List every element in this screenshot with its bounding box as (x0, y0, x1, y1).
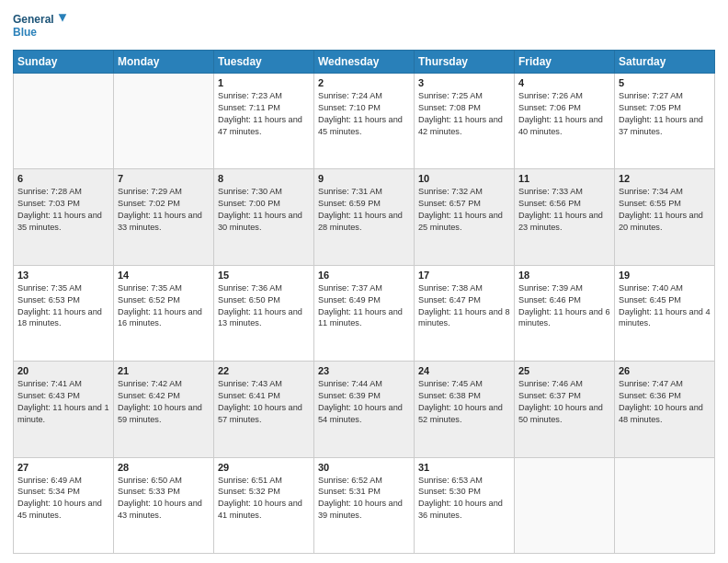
day-cell (615, 457, 715, 553)
day-info: Sunrise: 7:25 AM Sunset: 7:08 PM Dayligh… (418, 90, 510, 138)
day-info: Sunrise: 7:47 AM Sunset: 6:36 PM Dayligh… (619, 378, 711, 426)
day-info: Sunrise: 7:46 AM Sunset: 6:37 PM Dayligh… (518, 378, 610, 426)
day-cell: 27Sunrise: 6:49 AM Sunset: 5:34 PM Dayli… (14, 457, 114, 553)
day-number: 5 (619, 77, 711, 88)
day-cell: 15Sunrise: 7:36 AM Sunset: 6:50 PM Dayli… (214, 265, 314, 361)
day-number: 8 (218, 173, 310, 184)
svg-marker-2 (59, 14, 67, 22)
day-cell: 26Sunrise: 7:47 AM Sunset: 6:36 PM Dayli… (615, 362, 715, 457)
day-cell: 6Sunrise: 7:28 AM Sunset: 7:03 PM Daylig… (14, 169, 114, 265)
day-number: 28 (118, 462, 210, 473)
day-info: Sunrise: 7:40 AM Sunset: 6:45 PM Dayligh… (619, 282, 711, 330)
day-cell: 23Sunrise: 7:44 AM Sunset: 6:39 PM Dayli… (314, 362, 415, 457)
day-cell: 16Sunrise: 7:37 AM Sunset: 6:49 PM Dayli… (314, 265, 415, 361)
day-number: 10 (418, 173, 510, 184)
header: General Blue (13, 9, 715, 42)
day-info: Sunrise: 7:24 AM Sunset: 7:10 PM Dayligh… (318, 90, 410, 138)
day-info: Sunrise: 7:33 AM Sunset: 6:56 PM Dayligh… (518, 186, 610, 234)
day-cell: 3Sunrise: 7:25 AM Sunset: 7:08 PM Daylig… (415, 74, 515, 169)
logo: General Blue (13, 9, 68, 42)
day-cell (114, 74, 214, 169)
day-cell: 18Sunrise: 7:39 AM Sunset: 6:46 PM Dayli… (515, 265, 615, 361)
day-number: 20 (17, 365, 109, 376)
week-row-5: 27Sunrise: 6:49 AM Sunset: 5:34 PM Dayli… (14, 457, 715, 553)
weekday-header-row: SundayMondayTuesdayWednesdayThursdayFrid… (14, 51, 715, 74)
day-info: Sunrise: 7:38 AM Sunset: 6:47 PM Dayligh… (418, 282, 510, 330)
day-cell: 30Sunrise: 6:52 AM Sunset: 5:31 PM Dayli… (314, 457, 415, 553)
day-info: Sunrise: 7:43 AM Sunset: 6:41 PM Dayligh… (218, 378, 310, 426)
day-cell: 10Sunrise: 7:32 AM Sunset: 6:57 PM Dayli… (415, 169, 515, 265)
day-cell: 31Sunrise: 6:53 AM Sunset: 5:30 PM Dayli… (415, 457, 515, 553)
week-row-3: 13Sunrise: 7:35 AM Sunset: 6:53 PM Dayli… (14, 265, 715, 361)
day-info: Sunrise: 7:37 AM Sunset: 6:49 PM Dayligh… (318, 282, 410, 330)
weekday-thursday: Thursday (415, 51, 515, 74)
weekday-friday: Friday (515, 51, 615, 74)
day-info: Sunrise: 6:49 AM Sunset: 5:34 PM Dayligh… (17, 475, 109, 523)
day-info: Sunrise: 7:31 AM Sunset: 6:59 PM Dayligh… (318, 186, 410, 234)
day-info: Sunrise: 7:36 AM Sunset: 6:50 PM Dayligh… (218, 282, 310, 330)
day-info: Sunrise: 7:23 AM Sunset: 7:11 PM Dayligh… (218, 90, 310, 138)
weekday-wednesday: Wednesday (314, 51, 415, 74)
day-number: 1 (218, 77, 310, 88)
day-number: 15 (218, 270, 310, 281)
day-info: Sunrise: 7:29 AM Sunset: 7:02 PM Dayligh… (118, 186, 210, 234)
day-cell: 21Sunrise: 7:42 AM Sunset: 6:42 PM Dayli… (114, 362, 214, 457)
day-cell: 2Sunrise: 7:24 AM Sunset: 7:10 PM Daylig… (314, 74, 415, 169)
weekday-sunday: Sunday (14, 51, 114, 74)
day-cell (515, 457, 615, 553)
week-row-2: 6Sunrise: 7:28 AM Sunset: 7:03 PM Daylig… (14, 169, 715, 265)
day-number: 13 (17, 270, 109, 281)
calendar-table: SundayMondayTuesdayWednesdayThursdayFrid… (13, 50, 715, 554)
day-number: 26 (619, 365, 711, 376)
page: General Blue SundayMondayTuesdayWednesda… (0, 0, 728, 563)
day-info: Sunrise: 7:32 AM Sunset: 6:57 PM Dayligh… (418, 186, 510, 234)
day-number: 27 (17, 462, 109, 473)
day-info: Sunrise: 7:28 AM Sunset: 7:03 PM Dayligh… (17, 186, 109, 234)
day-cell: 17Sunrise: 7:38 AM Sunset: 6:47 PM Dayli… (415, 265, 515, 361)
day-cell: 11Sunrise: 7:33 AM Sunset: 6:56 PM Dayli… (515, 169, 615, 265)
day-number: 3 (418, 77, 510, 88)
day-number: 22 (218, 365, 310, 376)
day-cell: 4Sunrise: 7:26 AM Sunset: 7:06 PM Daylig… (515, 74, 615, 169)
week-row-1: 1Sunrise: 7:23 AM Sunset: 7:11 PM Daylig… (14, 74, 715, 169)
day-number: 17 (418, 270, 510, 281)
day-cell: 1Sunrise: 7:23 AM Sunset: 7:11 PM Daylig… (214, 74, 314, 169)
day-number: 11 (518, 173, 610, 184)
day-info: Sunrise: 7:35 AM Sunset: 6:53 PM Dayligh… (17, 282, 109, 330)
day-cell: 29Sunrise: 6:51 AM Sunset: 5:32 PM Dayli… (214, 457, 314, 553)
weekday-monday: Monday (114, 51, 214, 74)
day-cell: 8Sunrise: 7:30 AM Sunset: 7:00 PM Daylig… (214, 169, 314, 265)
day-info: Sunrise: 7:34 AM Sunset: 6:55 PM Dayligh… (619, 186, 711, 234)
day-number: 21 (118, 365, 210, 376)
day-info: Sunrise: 6:52 AM Sunset: 5:31 PM Dayligh… (318, 475, 410, 523)
weekday-tuesday: Tuesday (214, 51, 314, 74)
day-info: Sunrise: 7:44 AM Sunset: 6:39 PM Dayligh… (318, 378, 410, 426)
day-info: Sunrise: 7:45 AM Sunset: 6:38 PM Dayligh… (418, 378, 510, 426)
day-cell: 14Sunrise: 7:35 AM Sunset: 6:52 PM Dayli… (114, 265, 214, 361)
day-number: 24 (418, 365, 510, 376)
day-info: Sunrise: 7:26 AM Sunset: 7:06 PM Dayligh… (518, 90, 610, 138)
day-number: 6 (17, 173, 109, 184)
day-number: 31 (418, 462, 510, 473)
day-info: Sunrise: 7:27 AM Sunset: 7:05 PM Dayligh… (619, 90, 711, 138)
day-cell: 22Sunrise: 7:43 AM Sunset: 6:41 PM Dayli… (214, 362, 314, 457)
day-info: Sunrise: 7:39 AM Sunset: 6:46 PM Dayligh… (518, 282, 610, 330)
day-cell: 12Sunrise: 7:34 AM Sunset: 6:55 PM Dayli… (615, 169, 715, 265)
day-info: Sunrise: 7:41 AM Sunset: 6:43 PM Dayligh… (17, 378, 109, 426)
day-number: 12 (619, 173, 711, 184)
day-number: 14 (118, 270, 210, 281)
day-number: 2 (318, 77, 410, 88)
day-info: Sunrise: 7:35 AM Sunset: 6:52 PM Dayligh… (118, 282, 210, 330)
day-cell: 5Sunrise: 7:27 AM Sunset: 7:05 PM Daylig… (615, 74, 715, 169)
day-number: 7 (118, 173, 210, 184)
day-number: 25 (518, 365, 610, 376)
day-number: 29 (218, 462, 310, 473)
day-cell: 20Sunrise: 7:41 AM Sunset: 6:43 PM Dayli… (14, 362, 114, 457)
day-number: 16 (318, 270, 410, 281)
day-cell: 7Sunrise: 7:29 AM Sunset: 7:02 PM Daylig… (114, 169, 214, 265)
day-number: 19 (619, 270, 711, 281)
generalblue-logo-icon: General Blue (13, 9, 68, 42)
day-cell (14, 74, 114, 169)
day-number: 4 (518, 77, 610, 88)
day-info: Sunrise: 6:50 AM Sunset: 5:33 PM Dayligh… (118, 475, 210, 523)
